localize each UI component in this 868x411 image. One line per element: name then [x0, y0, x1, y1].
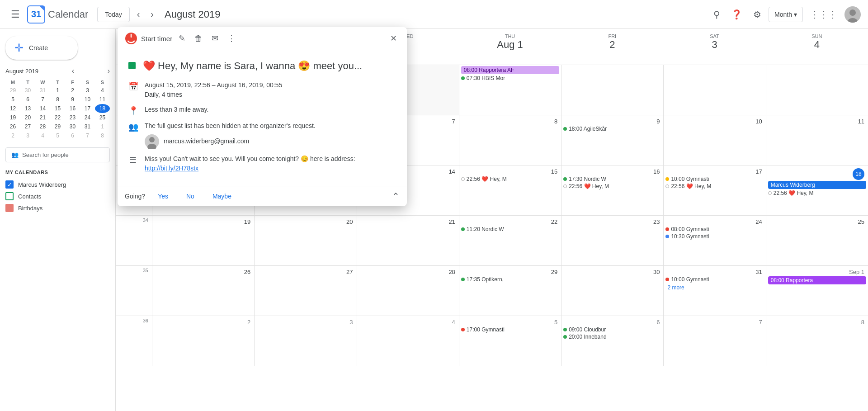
calendar-item-contacts[interactable]: Contacts	[5, 190, 110, 202]
day-cell[interactable]: 5 17:00 Gymnasti	[459, 316, 561, 366]
mini-cal-prev[interactable]: ‹	[72, 67, 74, 75]
email-button[interactable]: ✉	[209, 31, 221, 46]
day-cell[interactable]: 7	[663, 316, 765, 366]
cal-event[interactable]: 17:30 Nordic W	[563, 176, 661, 182]
event-guests-row: 👥 The full guest list has been hidden at…	[128, 121, 396, 149]
cal-event[interactable]: 18:00 AgileSkår	[563, 126, 661, 132]
day-cell-22[interactable]: 22 11:20 Nordic W	[459, 216, 561, 265]
day-cell[interactable]: 6 09:00 Cloudbur 20:00 Inneband	[561, 316, 663, 366]
search-people-input[interactable]: 👥 Search for people	[5, 147, 110, 162]
delete-button[interactable]: 🗑	[192, 31, 205, 46]
day-cell-18[interactable]: 18 Marcus Widerberg 22:56 ❤️ Hey, M	[766, 165, 868, 215]
calendar-label-contacts: Contacts	[18, 193, 41, 200]
day-cell-aug2[interactable]	[561, 65, 663, 115]
day-cell-26[interactable]: 26	[152, 266, 254, 316]
day-cell-31[interactable]: 31 10:00 Gymnasti 2 more	[663, 266, 765, 316]
calendar-item-birthdays[interactable]: Birthdays	[5, 202, 110, 214]
mini-cal-next[interactable]: ›	[108, 67, 110, 75]
cal-event[interactable]: 20:00 Inneband	[563, 334, 661, 340]
event-color-indicator	[128, 62, 136, 69]
calendar-logo: 31 Calendar	[27, 5, 88, 24]
all-day-event[interactable]: 08:00 Rapportera AF	[461, 66, 559, 74]
calendar-check-contacts	[5, 192, 14, 200]
day-cell-23[interactable]: 23	[561, 216, 663, 265]
collapse-button[interactable]: ⌃	[392, 191, 400, 202]
day-cell-sep1[interactable]: Sep 1 08:00 Rapportera	[766, 266, 868, 316]
day-cell-24[interactable]: 24 08:00 Gymnasti 10:30 Gymnasti	[663, 216, 765, 265]
view-selector[interactable]: Month ▾	[769, 7, 803, 22]
day-cell-16[interactable]: 16 17:30 Nordic W 22:56 ❤️ Hey, M	[561, 165, 663, 215]
day-cell-29[interactable]: 29 17:35 Optikern,	[459, 266, 561, 316]
day-cell[interactable]: 8	[766, 316, 868, 366]
cal-event[interactable]: 07:30 HBIS Mor	[461, 75, 559, 81]
cal-event[interactable]: 10:00 Gymnasti	[665, 176, 764, 182]
prev-month-button[interactable]: ‹	[133, 5, 144, 23]
day-cell[interactable]: 2	[152, 316, 254, 366]
cal-event[interactable]: 10:00 Gymnasti	[665, 276, 764, 283]
more-events-link[interactable]: 2 more	[665, 283, 764, 292]
no-button[interactable]: No	[181, 190, 200, 203]
day-cell-9[interactable]: 9 18:00 AgileSkår	[561, 115, 663, 165]
cal-event[interactable]: 17:00 Gymnasti	[461, 326, 559, 333]
start-timer-button[interactable]: Start timer	[125, 32, 172, 45]
day-cell-30[interactable]: 30	[561, 266, 663, 316]
yes-button[interactable]: Yes	[152, 190, 174, 203]
day-cell-aug4[interactable]	[766, 65, 868, 115]
event-link[interactable]: http://bit.ly/2H78stx	[145, 165, 198, 172]
maybe-button[interactable]: Maybe	[207, 190, 237, 203]
day-cell-10[interactable]: 10	[663, 115, 765, 165]
cal-event-today[interactable]: Marcus Widerberg	[768, 181, 866, 189]
cal-event[interactable]: 09:00 Cloudbur	[563, 326, 661, 333]
calendar-item-marcus[interactable]: ✓ Marcus Widerberg	[5, 179, 110, 190]
plus-icon: ✛	[14, 42, 24, 54]
day-cell-28[interactable]: 28	[357, 266, 459, 316]
cal-event[interactable]: 08:00 Gymnasti	[665, 226, 764, 232]
week-row-4: 34 19 20 21 22 11:20 Nordic W 23 24 08:0…	[116, 216, 868, 266]
today-button[interactable]: Today	[97, 7, 129, 22]
mini-cal-table: M T W T F S S 29 30 31 1 2	[5, 79, 110, 140]
search-icon[interactable]: ⚲	[710, 5, 724, 24]
sidebar: ✛ Create August 2019 ‹ › M T W T F S	[0, 29, 116, 411]
cal-event[interactable]: 22:56 ❤️ Hey, M	[665, 183, 764, 189]
cal-event[interactable]: 17:35 Optikern,	[461, 276, 559, 283]
day-cell-8[interactable]: 8	[459, 115, 561, 165]
col-header-fri: FRI 2	[561, 29, 663, 65]
next-month-button[interactable]: ›	[147, 5, 157, 23]
day-cell[interactable]: 3	[254, 316, 356, 366]
day-cell-20[interactable]: 20	[254, 216, 356, 265]
cal-event[interactable]: 10:30 Gymnasti	[665, 233, 764, 240]
cal-event[interactable]: 22:56 ❤️ Hey, M	[461, 176, 559, 182]
event-title: ❤️ Hey, My name is Sara, I wanna 😍 meet …	[143, 59, 362, 73]
day-cell-17[interactable]: 17 10:00 Gymnasti 22:56 ❤️ Hey, M	[663, 165, 765, 215]
help-icon[interactable]: ❓	[727, 5, 746, 24]
event-location: Less than 3 mile away.	[145, 105, 208, 114]
edit-button[interactable]: ✎	[176, 31, 188, 46]
calendar-check-birthdays	[5, 204, 14, 212]
cal-event[interactable]: 22:56 ❤️ Hey, M	[768, 190, 866, 196]
hamburger-menu-icon[interactable]: ☰	[7, 5, 24, 24]
cal-event-rapportera[interactable]: 08:00 Rapportera	[768, 276, 866, 284]
settings-icon[interactable]: ⚙	[750, 5, 765, 24]
day-cell-25[interactable]: 25	[766, 216, 868, 265]
avatar[interactable]	[844, 6, 861, 23]
cal-event[interactable]: 11:20 Nordic W	[461, 226, 559, 232]
day-cell-aug3[interactable]	[663, 65, 765, 115]
day-cell-15[interactable]: 15 22:56 ❤️ Hey, M	[459, 165, 561, 215]
create-button[interactable]: ✛ Create	[5, 36, 78, 60]
svg-point-7	[149, 137, 155, 142]
more-options-button[interactable]: ⋮	[225, 31, 238, 46]
day-cell[interactable]: 4	[357, 316, 459, 366]
app-title: Calendar	[48, 9, 88, 20]
day-cell-27[interactable]: 27	[254, 266, 356, 316]
timer-icon	[125, 32, 137, 45]
day-cell-11[interactable]: 11	[766, 115, 868, 165]
cal-event[interactable]: 22:56 ❤️ Hey, M	[563, 183, 661, 189]
day-cell-19[interactable]: 19	[152, 216, 254, 265]
logo-icon: 31	[27, 5, 45, 24]
event-recurrence: Daily, 4 times	[145, 91, 182, 98]
apps-icon[interactable]: ⋮⋮⋮	[807, 5, 841, 24]
day-cell-21[interactable]: 21	[357, 216, 459, 265]
close-button[interactable]: ✕	[387, 31, 400, 46]
col-header-thu: THU Aug 1	[459, 29, 561, 65]
day-cell-aug1[interactable]: 08:00 Rapportera AF 07:30 HBIS Mor	[459, 65, 561, 115]
